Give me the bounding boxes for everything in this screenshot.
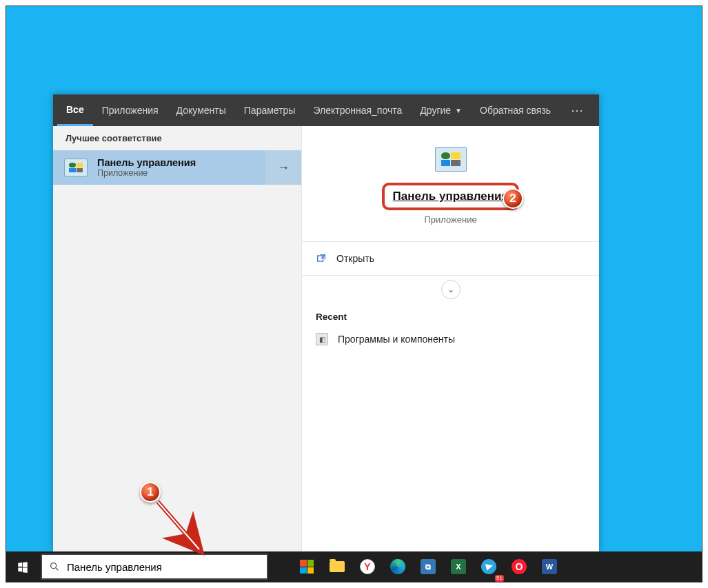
task-opera[interactable]: O xyxy=(505,553,533,580)
annotation-arrow-1 xyxy=(151,498,213,560)
task-edge[interactable] xyxy=(384,553,412,580)
best-match-header: Лучшее соответствие xyxy=(53,126,301,150)
task-yandex[interactable]: Y xyxy=(354,553,381,580)
best-match-title: Панель управления xyxy=(97,157,196,168)
word-icon: W xyxy=(542,559,557,574)
recent-item[interactable]: ◧ Программы и компоненты xyxy=(302,327,599,351)
task-app-generic[interactable]: ⧉ xyxy=(414,553,442,580)
opera-icon: O xyxy=(512,559,527,574)
task-microsoft-store[interactable] xyxy=(293,553,321,580)
edge-icon xyxy=(390,559,405,574)
generic-app-icon: ⧉ xyxy=(421,559,436,574)
taskbar-pinned-apps: Y ⧉ X 51 O W xyxy=(293,553,563,580)
best-match-expand-button[interactable]: → xyxy=(265,150,301,185)
tab-all[interactable]: Все xyxy=(57,94,93,126)
chevron-down-icon: ⌄ xyxy=(447,285,454,294)
annotation-callout-2: 2 xyxy=(503,188,523,209)
tab-more[interactable]: Другие ▼ xyxy=(411,94,471,126)
tab-email[interactable]: Электронная_почта xyxy=(304,94,411,126)
yandex-icon: Y xyxy=(360,559,375,574)
svg-rect-0 xyxy=(318,256,323,261)
svg-point-1 xyxy=(51,563,57,569)
tab-feedback[interactable]: Обратная связь xyxy=(471,94,560,126)
preview-app-icon xyxy=(435,147,467,172)
notification-badge: 51 xyxy=(495,575,504,582)
open-action[interactable]: Открыть xyxy=(302,242,599,276)
preview-subtitle: Приложение xyxy=(424,214,476,225)
more-options-button[interactable]: ⋯ xyxy=(560,103,596,118)
search-results-panel: Все Приложения Документы Параметры Элект… xyxy=(53,94,599,551)
search-filter-tabs: Все Приложения Документы Параметры Элект… xyxy=(53,94,599,126)
best-match-subtitle: Приложение xyxy=(97,168,196,178)
telegram-icon xyxy=(481,559,496,574)
folder-icon xyxy=(330,561,345,572)
results-list: Лучшее соответствие Панель управления Пр… xyxy=(53,126,301,551)
best-match-item[interactable]: Панель управления Приложение xyxy=(53,150,265,185)
control-panel-icon xyxy=(64,159,88,176)
tab-apps[interactable]: Приложения xyxy=(93,94,168,126)
task-word[interactable]: W xyxy=(536,553,563,580)
tab-documents[interactable]: Документы xyxy=(168,94,235,126)
open-icon xyxy=(316,253,327,264)
recent-header: Recent xyxy=(302,303,599,327)
task-file-explorer[interactable] xyxy=(323,553,351,580)
windows-logo-icon xyxy=(17,560,29,573)
task-telegram[interactable]: 51 xyxy=(475,553,503,580)
excel-icon: X xyxy=(451,559,466,574)
open-label: Открыть xyxy=(336,253,374,264)
tab-more-label: Другие xyxy=(420,105,451,116)
chevron-down-icon: ▼ xyxy=(455,107,462,114)
annotation-callout-1: 1 xyxy=(140,482,161,503)
search-icon xyxy=(49,561,60,572)
start-button[interactable] xyxy=(6,551,39,582)
expand-actions-button[interactable]: ⌄ xyxy=(441,280,461,299)
arrow-right-icon: → xyxy=(277,161,290,175)
screenshot-frame: Все Приложения Документы Параметры Элект… xyxy=(6,6,702,582)
result-preview-pane: Панель управления Приложение Открыть ⌄ R… xyxy=(301,126,599,551)
task-excel[interactable]: X xyxy=(445,553,472,580)
taskbar: Y ⧉ X 51 O W xyxy=(6,551,702,582)
recent-item-label: Программы и компоненты xyxy=(338,334,455,345)
search-input[interactable] xyxy=(67,561,260,573)
programs-features-icon: ◧ xyxy=(316,333,328,345)
preview-title[interactable]: Панель управления xyxy=(382,183,520,210)
best-match-row: Панель управления Приложение → xyxy=(53,150,301,185)
ms-store-icon xyxy=(300,560,314,574)
tab-settings[interactable]: Параметры xyxy=(235,94,305,126)
